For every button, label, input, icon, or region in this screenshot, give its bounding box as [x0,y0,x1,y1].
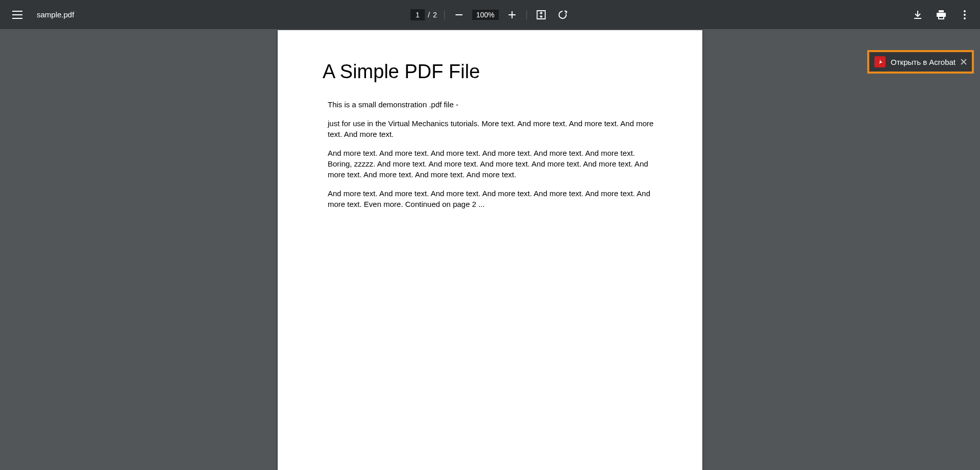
separator [526,10,527,19]
fit-page-icon [536,10,546,19]
more-options-button[interactable] [958,8,972,22]
file-name: sample.pdf [37,10,74,19]
svg-point-8 [964,17,966,19]
svg-rect-3 [939,10,944,12]
open-in-acrobat-callout: Открыть в Acrobat [867,50,974,74]
document-title: A Simple PDF File [323,61,657,83]
print-button[interactable] [934,8,948,22]
zoom-in-button[interactable] [505,8,519,22]
page-separator: / [428,11,430,19]
menu-button[interactable] [8,6,27,24]
toolbar-left: sample.pdf [8,6,74,24]
pdf-viewer[interactable]: A Simple PDF File This is a small demons… [0,29,980,470]
hamburger-icon [12,11,22,19]
paragraph: And more text. And more text. And more t… [323,188,657,209]
zoom-out-button[interactable] [452,8,466,22]
close-icon [961,59,967,65]
zoom-level: 100% [472,10,499,20]
zoom-controls: 100% [452,8,519,22]
fit-to-page-button[interactable] [534,8,548,22]
svg-point-6 [964,10,966,12]
page-total: 2 [433,11,437,19]
svg-rect-2 [914,18,921,19]
download-button[interactable] [911,8,925,22]
pdf-toolbar: sample.pdf / 2 100% [0,0,980,29]
toolbar-right [911,8,972,22]
toolbar-center: / 2 100% [410,8,570,22]
close-acrobat-callout-button[interactable] [961,59,967,65]
separator [444,10,445,19]
print-icon [936,10,946,19]
download-icon [913,10,922,19]
minus-icon [455,14,462,15]
acrobat-label[interactable]: Открыть в Acrobat [891,58,955,66]
paragraph: just for use in the Virtual Mechanics tu… [323,118,657,139]
acrobat-icon [874,56,886,67]
more-vertical-icon [964,10,966,19]
svg-rect-0 [455,14,462,15]
plus-icon [508,11,516,18]
pdf-page: A Simple PDF File This is a small demons… [278,30,702,470]
svg-rect-5 [939,16,944,19]
paragraph: This is a small demonstration .pdf file … [323,99,657,110]
svg-point-7 [964,14,966,16]
rotate-button[interactable] [555,8,570,22]
page-number-input[interactable] [410,9,425,20]
page-indicator: / 2 [410,9,437,20]
paragraph: And more text. And more text. And more t… [323,148,657,180]
rotate-icon [557,10,568,20]
